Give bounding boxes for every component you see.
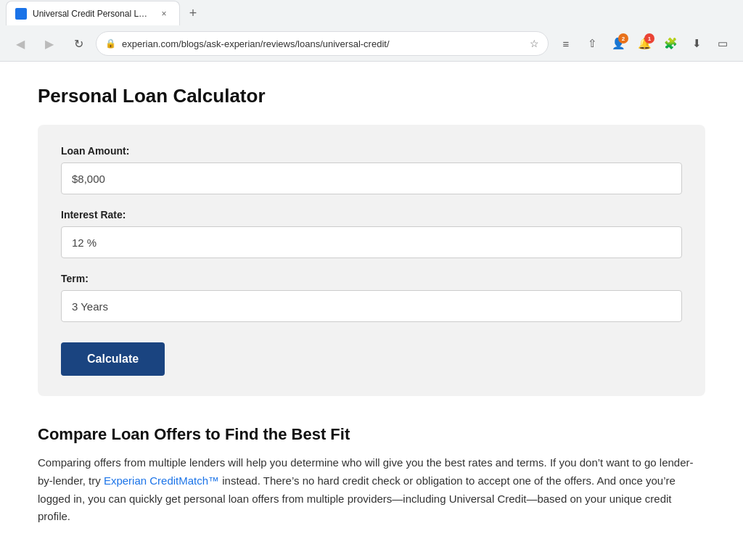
calculate-button[interactable]: Calculate xyxy=(61,342,165,376)
profile-badge: 2 xyxy=(618,33,628,44)
menu-button[interactable]: ≡ xyxy=(554,32,578,55)
address-text: experian.com/blogs/ask-experian/reviews/… xyxy=(122,38,524,49)
term-label: Term: xyxy=(61,273,682,284)
tab-bar: Universal Credit Personal Loan Re × + xyxy=(0,0,743,26)
page-content: Personal Loan Calculator Loan Amount: In… xyxy=(23,62,720,549)
address-bar[interactable]: 🔒 experian.com/blogs/ask-experian/review… xyxy=(96,31,549,56)
term-field-group: Term: xyxy=(61,273,682,322)
browser-chrome: Universal Credit Personal Loan Re × + ◀ … xyxy=(0,0,743,62)
share-button[interactable]: ⇧ xyxy=(580,32,604,55)
reload-button[interactable]: ↻ xyxy=(67,32,90,55)
notification-badge: 1 xyxy=(644,33,654,44)
compare-section-text: Comparing offers from multiple lenders w… xyxy=(38,454,705,526)
nav-actions: ≡ ⇧ 👤 2 🔔 1 🧩 ⬇ ▭ xyxy=(554,32,734,55)
lock-icon: 🔒 xyxy=(105,38,116,49)
loan-amount-input[interactable] xyxy=(61,162,682,194)
new-tab-button[interactable]: + xyxy=(183,3,203,23)
loan-amount-label: Loan Amount: xyxy=(61,145,682,157)
tab-close-button[interactable]: × xyxy=(157,7,171,20)
compare-section: Compare Loan Offers to Find the Best Fit… xyxy=(38,425,705,526)
download-button[interactable]: ⬇ xyxy=(685,32,708,55)
profile-button[interactable]: 👤 2 xyxy=(607,32,630,55)
interest-rate-field-group: Interest Rate: xyxy=(61,209,682,258)
calculator-card: Loan Amount: Interest Rate: Term: Calcul… xyxy=(38,125,705,396)
tab-favicon xyxy=(15,8,27,20)
forward-button[interactable]: ▶ xyxy=(38,32,61,55)
tab-title: Universal Credit Personal Loan Re xyxy=(33,9,152,19)
compare-section-title: Compare Loan Offers to Find the Best Fit xyxy=(38,425,705,444)
bookmark-icon[interactable]: ☆ xyxy=(530,38,539,49)
interest-rate-input[interactable] xyxy=(61,226,682,258)
loan-amount-field-group: Loan Amount: xyxy=(61,145,682,194)
extensions-button[interactable]: 🧩 xyxy=(659,32,682,55)
term-input[interactable] xyxy=(61,290,682,322)
active-tab[interactable]: Universal Credit Personal Loan Re × xyxy=(6,1,180,25)
notification-button[interactable]: 🔔 1 xyxy=(633,32,656,55)
experian-creditmatch-link[interactable]: Experian CreditMatch™ xyxy=(104,474,219,487)
interest-rate-label: Interest Rate: xyxy=(61,209,682,221)
nav-bar: ◀ ▶ ↻ 🔒 experian.com/blogs/ask-experian/… xyxy=(0,26,743,61)
page-title: Personal Loan Calculator xyxy=(38,85,705,107)
window-button[interactable]: ▭ xyxy=(711,32,734,55)
back-button[interactable]: ◀ xyxy=(9,32,32,55)
